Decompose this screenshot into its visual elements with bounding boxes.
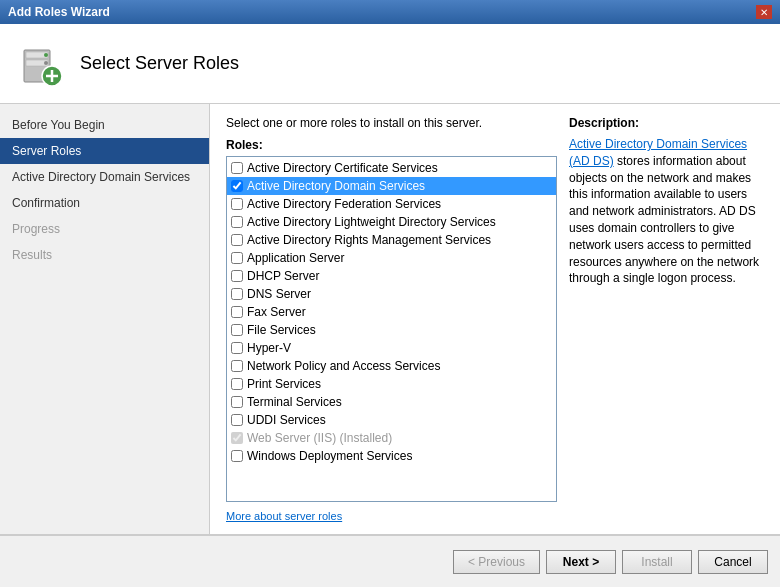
description-panel: Description: Active Directory Domain Ser… [569,116,764,522]
role-checkbox[interactable] [231,450,243,462]
role-item[interactable]: Active Directory Federation Services [227,195,556,213]
role-item[interactable]: Web Server (IIS) (Installed) [227,429,556,447]
role-item[interactable]: DHCP Server [227,267,556,285]
install-button[interactable]: Install [622,550,692,574]
role-checkbox[interactable] [231,270,243,282]
wizard-footer: < Previous Next > Install Cancel [0,535,780,587]
role-label: File Services [247,323,316,337]
role-checkbox[interactable] [231,180,243,192]
role-checkbox[interactable] [231,162,243,174]
role-item[interactable]: Application Server [227,249,556,267]
role-label: Terminal Services [247,395,342,409]
roles-label: Roles: [226,138,557,152]
role-label: Active Directory Federation Services [247,197,441,211]
role-label: UDDI Services [247,413,326,427]
role-item[interactable]: Network Policy and Access Services [227,357,556,375]
role-item[interactable]: Print Services [227,375,556,393]
role-label: Print Services [247,377,321,391]
more-about-server-roles-link[interactable]: More about server roles [226,510,342,522]
role-checkbox[interactable] [231,360,243,372]
sidebar-item-ad-domain-services[interactable]: Active Directory Domain Services [0,164,209,190]
role-item[interactable]: Fax Server [227,303,556,321]
wizard-body: Before You Begin Server Roles Active Dir… [0,104,780,535]
sidebar: Before You Begin Server Roles Active Dir… [0,104,210,534]
sidebar-item-progress: Progress [0,216,209,242]
wizard-header: Select Server Roles [0,24,780,104]
sidebar-item-before-you-begin[interactable]: Before You Begin [0,112,209,138]
cancel-button[interactable]: Cancel [698,550,768,574]
role-label: Active Directory Domain Services [247,179,425,193]
role-label: Network Policy and Access Services [247,359,440,373]
sidebar-item-confirmation[interactable]: Confirmation [0,190,209,216]
role-checkbox[interactable] [231,342,243,354]
role-item[interactable]: Terminal Services [227,393,556,411]
role-item[interactable]: Active Directory Rights Management Servi… [227,231,556,249]
role-checkbox[interactable] [231,414,243,426]
role-checkbox[interactable] [231,198,243,210]
role-label: Active Directory Lightweight Directory S… [247,215,496,229]
page-title: Select Server Roles [80,53,239,74]
content-left: Select one or more roles to install on t… [226,116,557,522]
roles-list: Active Directory Certificate ServicesAct… [226,156,557,502]
role-checkbox[interactable] [231,252,243,264]
instruction-text: Select one or more roles to install on t… [226,116,557,130]
role-item[interactable]: DNS Server [227,285,556,303]
role-checkbox[interactable] [231,378,243,390]
role-item[interactable]: Active Directory Lightweight Directory S… [227,213,556,231]
role-checkbox[interactable] [231,432,243,444]
role-label: DHCP Server [247,269,319,283]
role-checkbox[interactable] [231,306,243,318]
role-item[interactable]: Active Directory Certificate Services [227,159,556,177]
role-checkbox[interactable] [231,216,243,228]
role-checkbox[interactable] [231,288,243,300]
role-item[interactable]: UDDI Services [227,411,556,429]
role-label: DNS Server [247,287,311,301]
title-bar-title: Add Roles Wizard [8,5,110,19]
role-item[interactable]: File Services [227,321,556,339]
wizard-icon [16,40,64,88]
role-checkbox[interactable] [231,324,243,336]
svg-point-3 [44,53,48,57]
role-item[interactable]: Active Directory Domain Services [227,177,556,195]
role-item[interactable]: Windows Deployment Services [227,447,556,465]
sidebar-item-server-roles[interactable]: Server Roles [0,138,209,164]
role-label: Application Server [247,251,344,265]
description-body: stores information about objects on the … [569,154,759,286]
svg-point-4 [44,61,48,65]
close-button[interactable]: ✕ [756,5,772,19]
content-area: Select one or more roles to install on t… [210,104,780,534]
description-label: Description: [569,116,764,130]
role-label: Active Directory Rights Management Servi… [247,233,491,247]
role-checkbox[interactable] [231,234,243,246]
role-label: Hyper-V [247,341,291,355]
description-text: Active Directory Domain Services (AD DS)… [569,136,764,287]
role-label: Active Directory Certificate Services [247,161,438,175]
more-link-container: More about server roles [226,510,557,522]
title-bar: Add Roles Wizard ✕ [0,0,780,24]
role-checkbox[interactable] [231,396,243,408]
previous-button[interactable]: < Previous [453,550,540,574]
next-button[interactable]: Next > [546,550,616,574]
role-label: Windows Deployment Services [247,449,412,463]
sidebar-item-results: Results [0,242,209,268]
role-item[interactable]: Hyper-V [227,339,556,357]
role-label: Web Server (IIS) (Installed) [247,431,392,445]
role-label: Fax Server [247,305,306,319]
